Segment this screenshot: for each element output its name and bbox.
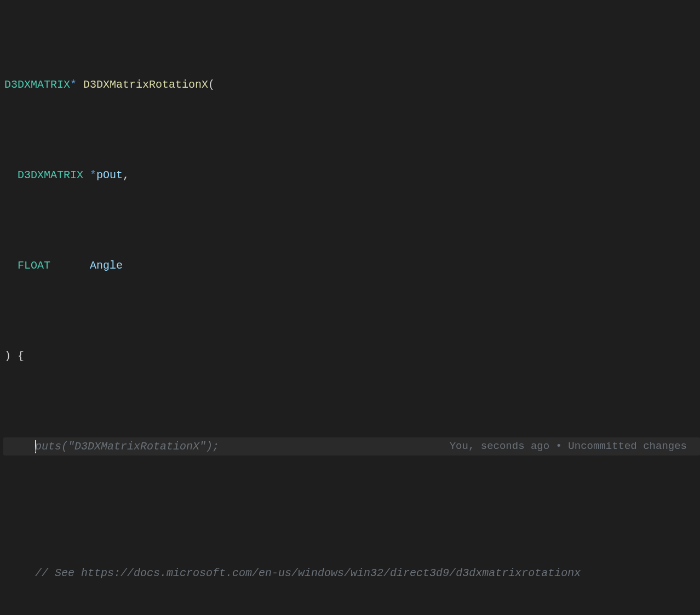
param-name: Angle [90, 259, 123, 272]
return-type: D3DXMATRIX [4, 78, 70, 91]
code-line[interactable]: FLOAT Angle [4, 257, 700, 275]
param-type: D3DXMATRIX [18, 169, 90, 181]
code-line[interactable]: D3DXMATRIX *pOut, [4, 166, 700, 184]
code-line[interactable]: // See https://docs.microsoft.com/en-us/… [4, 564, 700, 582]
code-line[interactable]: ) { [4, 347, 700, 365]
current-line[interactable]: puts("D3DXMatrixRotationX"); You, second… [3, 437, 700, 455]
code-editor[interactable]: D3DXMATRIX* D3DXMatrixRotationX( D3DXMAT… [0, 0, 700, 615]
code-line[interactable]: D3DXMATRIX* D3DXMatrixRotationX( [4, 76, 700, 94]
comma: , [123, 169, 129, 181]
pointer-star: * [70, 78, 77, 91]
git-blame-annotation: You, seconds ago • Uncommitted changes [450, 437, 700, 455]
pointer-star: * [90, 169, 96, 181]
param-type: FLOAT [18, 259, 90, 272]
close-paren-brace: ) { [4, 350, 24, 362]
ghost-suggestion: puts("D3DXMatrixRotationX"); [35, 440, 219, 453]
param-name: pOut [96, 169, 123, 181]
open-paren: ( [208, 78, 215, 91]
function-name: D3DXMatrixRotationX [83, 78, 208, 91]
